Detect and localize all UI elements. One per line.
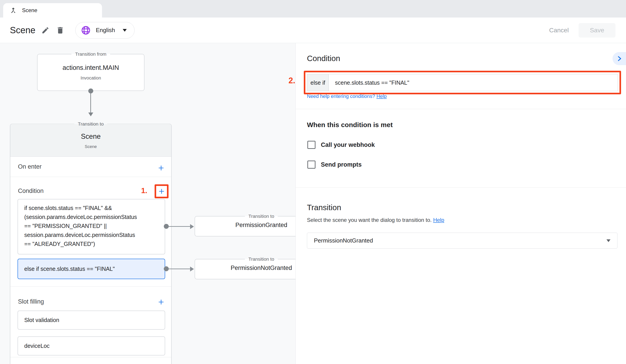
- transition-description-text: Select the scene you want the dialog to …: [307, 217, 433, 223]
- deviceloc-slot-item[interactable]: deviceLoc: [18, 336, 165, 356]
- slot-filling-label: Slot filling: [18, 298, 44, 305]
- chevron-right-icon: [616, 55, 623, 62]
- condition-editor-row: else if: [307, 74, 618, 91]
- target-scene-name: PermissionGranted: [195, 222, 296, 229]
- dropdown-caret-icon: [606, 239, 611, 242]
- cancel-button[interactable]: Cancel: [549, 27, 569, 34]
- connector-line: [166, 226, 191, 227]
- transition-description: Select the scene you want the dialog to …: [307, 217, 444, 223]
- scene-card-rest: [10, 357, 171, 364]
- tab-scene[interactable]: Scene: [3, 3, 102, 18]
- scene-header: Scene English Cancel Save: [0, 18, 626, 43]
- target-transition-legend: Transition to: [245, 256, 278, 262]
- send-prompts-checkbox[interactable]: [307, 161, 315, 169]
- add-condition-button[interactable]: [155, 185, 168, 198]
- scene-card-header[interactable]: Scene Scene: [10, 124, 171, 157]
- condition-help-line: Need help entering conditions? Help: [307, 93, 387, 99]
- header-actions: Cancel Save: [549, 23, 615, 37]
- flow-diagram: Transition from actions.intent.MAIN Invo…: [0, 43, 296, 364]
- trash-icon: [56, 26, 65, 35]
- panel-divider: [296, 187, 626, 188]
- call-webhook-label: Call your webhook: [321, 142, 375, 148]
- annotation-2-label: 2.: [288, 76, 295, 85]
- target-transition-legend: Transition to: [245, 214, 278, 219]
- arrow-down-icon: [88, 112, 93, 116]
- pencil-icon: [41, 26, 49, 34]
- on-enter-label: On enter: [18, 163, 41, 170]
- scene-merge-icon: [9, 6, 17, 14]
- delete-scene-button[interactable]: [54, 24, 67, 37]
- scene-canvas: Transition from actions.intent.MAIN Invo…: [0, 43, 626, 364]
- condition-operator-chip: else if: [307, 74, 329, 91]
- condition-help-link[interactable]: Help: [376, 93, 387, 99]
- permission-not-granted-node[interactable]: Transition to PermissionNotGranted: [195, 256, 296, 279]
- tab-bar: Scene: [0, 0, 626, 18]
- panel-divider: [296, 109, 626, 109]
- connector-line: [90, 91, 91, 112]
- transition-scene-value: PermissionNotGranted: [314, 237, 606, 244]
- tab-label: Scene: [22, 7, 37, 13]
- on-enter-section: On enter: [10, 157, 171, 177]
- condition-label: Condition: [18, 187, 43, 194]
- transition-from-node[interactable]: Transition from actions.intent.MAIN Invo…: [37, 51, 145, 91]
- collapse-panel-button[interactable]: [613, 52, 626, 65]
- condition-help-text: Need help entering conditions?: [307, 93, 376, 99]
- connector-line: [166, 269, 191, 269]
- target-scene-name: PermissionNotGranted: [195, 264, 296, 271]
- permission-granted-node[interactable]: Transition to PermissionGranted: [195, 214, 296, 236]
- save-button[interactable]: Save: [579, 23, 615, 37]
- condition-heading: Condition: [307, 54, 340, 63]
- connector-dot: [88, 88, 93, 93]
- page-title: Scene: [10, 25, 35, 35]
- connector-dot: [164, 224, 169, 229]
- language-selector[interactable]: English: [75, 22, 134, 39]
- transition-scene-dropdown[interactable]: PermissionNotGranted: [307, 233, 618, 249]
- globe-icon: [81, 25, 91, 35]
- call-webhook-option: Call your webhook: [307, 141, 375, 149]
- condition-item-else-if-selected[interactable]: else if scene.slots.status == "FINAL": [18, 259, 165, 279]
- annotation-1-label: 1.: [141, 186, 147, 195]
- arrow-right-icon: [190, 224, 194, 229]
- intent-name: actions.intent.MAIN: [38, 64, 144, 72]
- send-prompts-label: Send prompts: [321, 161, 362, 168]
- call-webhook-checkbox[interactable]: [307, 141, 315, 149]
- app-root: Scene Scene English Cancel: [0, 0, 626, 364]
- transition-heading: Transition: [307, 203, 341, 212]
- send-prompts-option: Send prompts: [307, 161, 362, 169]
- connector-dot: [164, 266, 169, 271]
- intent-type: Invocation: [38, 75, 144, 81]
- add-slot-button[interactable]: [155, 296, 167, 308]
- when-condition-met-heading: When this condition is met: [307, 121, 393, 129]
- edit-scene-button[interactable]: [39, 24, 52, 37]
- add-on-enter-button[interactable]: [155, 162, 167, 174]
- slot-validation-item[interactable]: Slot validation: [18, 311, 165, 330]
- condition-editor-panel: Condition else if Need help entering con…: [296, 43, 626, 364]
- condition-expression-input[interactable]: [329, 74, 618, 91]
- chevron-down-icon: [123, 29, 127, 32]
- scene-card-subtitle: Scene: [10, 144, 171, 149]
- condition-item-if[interactable]: if scene.slots.status == "FINAL" && (ses…: [18, 199, 165, 255]
- transition-help-link[interactable]: Help: [433, 217, 444, 223]
- transition-from-legend: Transition from: [72, 51, 110, 57]
- transition-to-legend: Transition to: [74, 121, 107, 127]
- arrow-right-icon: [190, 266, 194, 271]
- language-value: English: [96, 27, 115, 34]
